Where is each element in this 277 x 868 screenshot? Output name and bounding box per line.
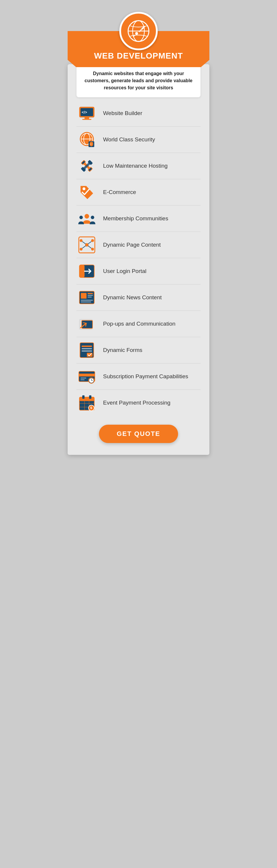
news-icon-box xyxy=(76,289,97,306)
svg-point-3 xyxy=(135,32,138,35)
people-network-icon xyxy=(78,210,95,227)
main-card: Dynamic websites that engage with your c… xyxy=(68,64,209,455)
svg-text:</>: </> xyxy=(82,110,87,115)
event-payment-label: Event Payment Processing xyxy=(103,400,170,406)
popup-arrow-icon xyxy=(78,315,95,333)
subscription-icon-box xyxy=(76,368,97,385)
tag-check-icon xyxy=(78,184,95,201)
feature-list: </> Website Builder ! xyxy=(68,97,209,419)
feature-item-security: ! World Class Security xyxy=(76,127,201,153)
hosting-label: Low Maintenance Hosting xyxy=(103,163,168,169)
login-icon-box xyxy=(76,262,97,280)
feature-item-website-builder: </> Website Builder xyxy=(76,100,201,127)
svg-rect-7 xyxy=(82,119,92,120)
form-check-icon xyxy=(78,342,95,359)
membership-icon-box xyxy=(76,210,97,227)
svg-text:$: $ xyxy=(90,406,93,410)
event-payment-icon-box: $ xyxy=(76,394,97,412)
svg-rect-43 xyxy=(88,297,92,298)
svg-point-32 xyxy=(91,248,94,251)
svg-rect-60 xyxy=(81,379,85,380)
nodes-connected-icon xyxy=(78,236,95,253)
subscription-label: Subscription Payment Capabilities xyxy=(103,373,188,380)
globe-shield-icon: ! xyxy=(78,131,95,148)
security-label: World Class Security xyxy=(103,136,155,143)
svg-rect-40 xyxy=(81,293,86,299)
svg-line-35 xyxy=(82,246,86,248)
svg-rect-41 xyxy=(88,293,93,294)
svg-rect-64 xyxy=(89,395,92,399)
description-text: Dynamic websites that engage with your c… xyxy=(84,70,193,91)
svg-rect-38 xyxy=(79,265,84,278)
get-quote-button[interactable]: GET QUOTE xyxy=(99,425,178,443)
login-box-icon xyxy=(78,262,95,280)
membership-label: Membership Communities xyxy=(103,215,168,222)
svg-point-31 xyxy=(80,248,83,251)
feature-item-subscription: Subscription Payment Capabilities xyxy=(76,364,201,390)
svg-rect-47 xyxy=(82,320,93,328)
feature-item-popups: Pop-ups and Communication xyxy=(76,311,201,337)
wrench-cross-icon xyxy=(78,157,95,175)
forms-label: Dynamic Forms xyxy=(103,347,142,353)
svg-rect-44 xyxy=(81,300,93,301)
svg-point-30 xyxy=(91,239,94,242)
svg-point-29 xyxy=(80,239,83,242)
feature-item-news: Dynamic News Content xyxy=(76,284,201,311)
svg-rect-6 xyxy=(84,117,89,119)
calendar-coin-icon: $ xyxy=(78,394,95,411)
feature-item-dynamic-page: Dynamic Page Content xyxy=(76,232,201,258)
feature-item-event-payment: $ Event Payment Processing xyxy=(76,390,201,416)
svg-point-25 xyxy=(79,216,83,219)
svg-text:!: ! xyxy=(91,143,92,146)
svg-line-34 xyxy=(88,241,92,244)
svg-rect-42 xyxy=(88,295,93,296)
hosting-icon-box xyxy=(76,157,97,175)
globe-icon xyxy=(127,19,150,43)
feature-item-membership: Membership Communities xyxy=(76,206,201,232)
svg-point-23 xyxy=(83,187,85,190)
popups-icon-box xyxy=(76,315,97,333)
code-monitor-icon: </> xyxy=(78,105,95,122)
dynamic-page-icon-box xyxy=(76,236,97,254)
website-builder-icon-box: </> xyxy=(76,104,97,122)
news-layout-icon xyxy=(78,289,95,306)
ecommerce-icon-box xyxy=(76,183,97,201)
forms-icon-box xyxy=(76,341,97,359)
svg-rect-51 xyxy=(82,350,92,352)
svg-point-24 xyxy=(84,214,89,219)
login-label: User Login Portal xyxy=(103,268,146,274)
svg-rect-54 xyxy=(79,374,95,376)
card-clock-icon xyxy=(78,368,95,385)
ecommerce-label: E-Commerce xyxy=(103,189,136,195)
website-builder-label: Website Builder xyxy=(103,110,142,117)
security-icon-box: ! xyxy=(76,131,97,149)
svg-rect-59 xyxy=(81,378,86,378)
description-box: Dynamic websites that engage with your c… xyxy=(76,64,201,97)
svg-rect-45 xyxy=(81,302,91,303)
svg-rect-62 xyxy=(79,397,94,401)
svg-line-36 xyxy=(88,246,92,248)
news-label: Dynamic News Content xyxy=(103,294,162,301)
feature-item-ecommerce: E-Commerce xyxy=(76,179,201,206)
globe-icon-circle xyxy=(119,12,158,50)
svg-point-26 xyxy=(91,216,95,219)
feature-item-login: User Login Portal xyxy=(76,258,201,284)
dynamic-page-label: Dynamic Page Content xyxy=(103,242,161,248)
svg-rect-50 xyxy=(82,348,92,349)
svg-rect-49 xyxy=(82,346,92,347)
card-wrapper: WEB DEVELOPMENT Dynamic websites that en… xyxy=(68,12,209,455)
feature-item-forms: Dynamic Forms xyxy=(76,337,201,364)
popups-label: Pop-ups and Communication xyxy=(103,320,175,327)
svg-line-33 xyxy=(82,241,86,244)
feature-item-hosting: Low Maintenance Hosting xyxy=(76,153,201,179)
svg-rect-63 xyxy=(82,395,85,399)
